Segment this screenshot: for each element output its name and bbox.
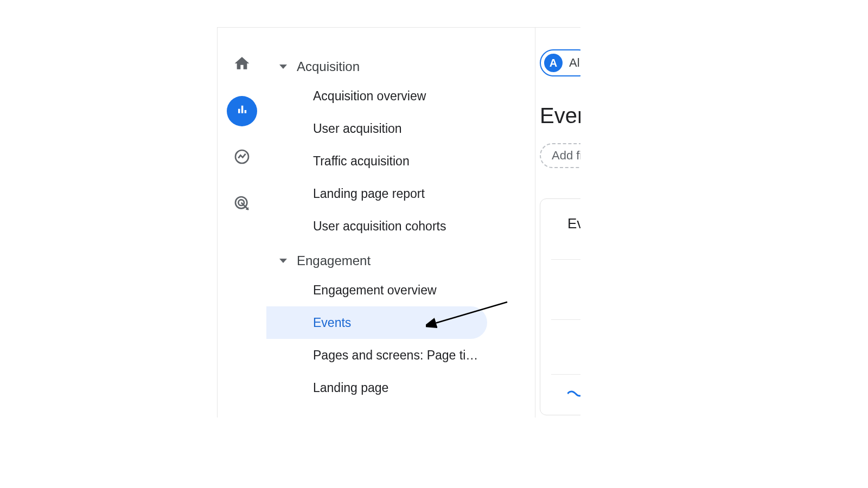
nav-group-label: Engagement [297,253,371,268]
nav-item-user-acquisition[interactable]: User acquisition [266,112,487,145]
icon-rail [218,28,266,418]
page-title: Even [540,104,580,128]
nav-home[interactable] [227,49,257,80]
chip-label: Add fil [552,149,580,163]
add-filter-chip[interactable]: Add fil [540,143,580,168]
nav-item-acquisition-overview[interactable]: Acquisition overview [266,80,487,112]
all-users-chip[interactable]: A All [540,49,580,76]
caret-down-icon [279,65,287,69]
nav-group-header-engagement[interactable]: Engagement [266,248,535,274]
nav-item-pages-and-screens[interactable]: Pages and screens: Page ti… [266,339,487,371]
nav-advertising[interactable] [227,189,257,220]
card-divider [551,374,580,375]
caret-down-icon [279,259,287,263]
nav-group-items-acquisition: Acquisition overview User acquisition Tr… [266,80,535,242]
main-content: A All Even Add fil Ev [535,28,580,418]
nav-item-traffic-acquisition[interactable]: Traffic acquisition [266,145,487,177]
nav-item-landing-page-report[interactable]: Landing page report [266,177,487,210]
chart-line-fragment [567,386,580,401]
nav-panel: Life cycle ⌃ Acquisition Acquisition ove… [266,28,535,418]
trend-circle-icon [233,148,251,168]
home-icon [233,55,251,74]
nav-group-items-engagement: Engagement overview Events Pages and scr… [266,274,535,404]
target-cursor-icon [233,195,251,214]
nav-group-header-acquisition[interactable]: Acquisition [266,54,535,80]
nav-reports[interactable] [227,96,257,126]
chart-line-fragment [567,413,580,418]
nav-item-engagement-overview[interactable]: Engagement overview [266,274,487,306]
nav-group-acquisition: Acquisition Acquisition overview User ac… [266,54,535,242]
avatar: A [544,54,563,72]
app-frame: Life cycle ⌃ Acquisition Acquisition ove… [217,27,580,418]
report-card: Ev [540,198,580,415]
card-divider [551,319,580,320]
nav-group-engagement: Engagement Engagement overview Events Pa… [266,248,535,404]
nav-item-events[interactable]: Events [266,306,487,339]
bar-chart-icon [234,102,250,120]
chip-label: All [569,56,580,70]
nav-item-landing-page[interactable]: Landing page [266,371,487,404]
nav-group-label: Acquisition [297,59,360,74]
nav-item-user-acquisition-cohorts[interactable]: User acquisition cohorts [266,210,487,242]
nav-explore[interactable] [227,143,257,173]
card-divider [551,259,580,260]
card-heading: Ev [551,215,580,232]
